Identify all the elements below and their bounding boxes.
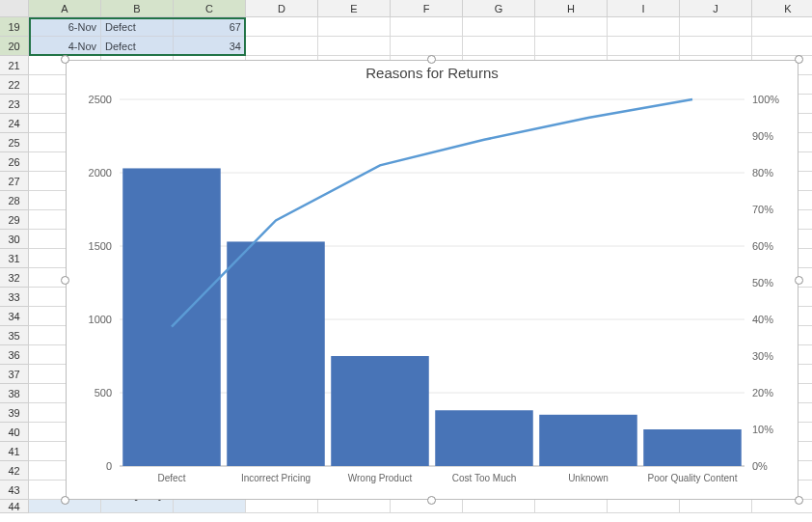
cell-c20[interactable]: 34 <box>174 37 246 56</box>
row-header-27[interactable]: 27 <box>0 172 29 191</box>
column-header-c[interactable]: C <box>174 0 246 17</box>
row-header-31[interactable]: 31 <box>0 249 29 268</box>
column-header-b[interactable]: B <box>101 0 174 17</box>
row-header-28[interactable]: 28 <box>0 191 29 210</box>
row-header-19[interactable]: 19 <box>0 17 29 37</box>
resize-handle-w[interactable] <box>61 276 69 285</box>
cell-a20[interactable]: 4-Nov <box>29 37 101 56</box>
row-header-30[interactable]: 30 <box>0 230 29 249</box>
chart-plot-area[interactable]: 050010001500200025000%10%20%30%40%50%60%… <box>67 90 798 499</box>
svg-rect-27 <box>435 410 533 466</box>
cell-h19[interactable] <box>535 17 608 37</box>
cell-d20[interactable] <box>246 37 318 56</box>
svg-text:10%: 10% <box>752 424 773 435</box>
resize-handle-s[interactable] <box>427 496 436 505</box>
column-header-j[interactable]: J <box>680 0 752 17</box>
cell-a19[interactable]: 6-Nov <box>29 17 101 37</box>
row-header-38[interactable]: 38 <box>0 384 29 403</box>
row-header-37[interactable]: 37 <box>0 365 29 384</box>
column-header-e[interactable]: E <box>318 0 391 17</box>
cell-i19[interactable] <box>608 17 680 37</box>
svg-text:50%: 50% <box>752 277 773 288</box>
svg-text:1000: 1000 <box>89 314 112 325</box>
svg-text:Unknown: Unknown <box>568 473 609 483</box>
column-header-i[interactable]: I <box>608 0 680 17</box>
cell[interactable] <box>463 500 535 513</box>
svg-text:0: 0 <box>106 460 112 472</box>
cell-f20[interactable] <box>391 37 463 56</box>
row-header-32[interactable]: 32 <box>0 268 29 288</box>
row-header-20[interactable]: 20 <box>0 37 29 56</box>
svg-text:30%: 30% <box>752 350 773 362</box>
row-header-22[interactable]: 22 <box>0 75 29 95</box>
svg-text:2000: 2000 <box>89 167 112 179</box>
resize-handle-se[interactable] <box>795 496 803 505</box>
svg-rect-26 <box>331 356 429 466</box>
column-header-f[interactable]: F <box>391 0 463 17</box>
svg-text:100%: 100% <box>752 94 779 105</box>
row-header-26[interactable]: 26 <box>0 152 29 172</box>
row-header-21[interactable]: 21 <box>0 56 29 75</box>
column-header-h[interactable]: H <box>535 0 608 17</box>
cell[interactable] <box>608 500 680 513</box>
cell[interactable] <box>680 500 752 513</box>
cell-j20[interactable] <box>680 37 752 56</box>
select-all-corner[interactable] <box>0 0 29 17</box>
cell[interactable] <box>535 500 608 513</box>
cell-f19[interactable] <box>391 17 463 37</box>
resize-handle-ne[interactable] <box>795 55 803 64</box>
row-header-34[interactable]: 34 <box>0 307 29 326</box>
cell-c19[interactable]: 67 <box>174 17 246 37</box>
cell[interactable] <box>246 500 318 513</box>
row-header-24[interactable]: 24 <box>0 114 29 133</box>
cell[interactable] <box>318 500 391 513</box>
cell-d19[interactable] <box>246 17 318 37</box>
cell-i20[interactable] <box>608 37 680 56</box>
svg-text:2500: 2500 <box>89 94 112 105</box>
svg-text:Defect: Defect <box>158 473 186 483</box>
row-header-42[interactable]: 42 <box>0 461 29 481</box>
chart-object[interactable]: Reasons for Returns 05001000150020002500… <box>66 60 798 500</box>
cell-b19[interactable]: Defect <box>101 17 174 37</box>
svg-rect-28 <box>539 415 637 466</box>
resize-handle-sw[interactable] <box>61 496 69 505</box>
cell-k20[interactable] <box>752 37 812 56</box>
cell-e19[interactable] <box>318 17 391 37</box>
cell-h20[interactable] <box>535 37 608 56</box>
svg-rect-25 <box>227 241 325 466</box>
row-header-33[interactable]: 33 <box>0 288 29 307</box>
svg-text:1500: 1500 <box>89 240 112 252</box>
resize-handle-n[interactable] <box>427 55 436 64</box>
column-header-a[interactable]: A <box>29 0 101 17</box>
svg-text:Incorrect Pricing: Incorrect Pricing <box>241 473 311 483</box>
row-header-40[interactable]: 40 <box>0 423 29 442</box>
cell-c44[interactable]: 20 <box>174 500 246 513</box>
column-headers: A B C D E F G H I J K <box>0 0 812 17</box>
cell-j19[interactable] <box>680 17 752 37</box>
row-header-43[interactable]: 43 <box>0 481 29 500</box>
row-header-36[interactable]: 36 <box>0 345 29 365</box>
cell-g19[interactable] <box>463 17 535 37</box>
column-header-d[interactable]: D <box>246 0 318 17</box>
svg-text:Cost Too Much: Cost Too Much <box>452 473 517 483</box>
row-header-35[interactable]: 35 <box>0 326 29 345</box>
cell-e20[interactable] <box>318 37 391 56</box>
svg-text:20%: 20% <box>752 387 773 398</box>
cell-k19[interactable] <box>752 17 812 37</box>
row-header-39[interactable]: 39 <box>0 403 29 423</box>
resize-handle-nw[interactable] <box>61 55 69 64</box>
cell-b20[interactable]: Defect <box>101 37 174 56</box>
resize-handle-e[interactable] <box>795 276 803 285</box>
row-header-29[interactable]: 29 <box>0 210 29 230</box>
column-header-k[interactable]: K <box>752 0 812 17</box>
svg-text:70%: 70% <box>752 204 773 215</box>
row-header-23[interactable]: 23 <box>0 95 29 114</box>
row-header-25[interactable]: 25 <box>0 133 29 152</box>
cell-b44[interactable]: Poor Quality Conte <box>101 500 174 513</box>
cell-g20[interactable] <box>463 37 535 56</box>
row-header-44[interactable]: 44 <box>0 500 29 513</box>
svg-rect-29 <box>643 429 742 466</box>
column-header-g[interactable]: G <box>463 0 535 17</box>
row-header-41[interactable]: 41 <box>0 442 29 461</box>
svg-text:500: 500 <box>95 387 112 398</box>
